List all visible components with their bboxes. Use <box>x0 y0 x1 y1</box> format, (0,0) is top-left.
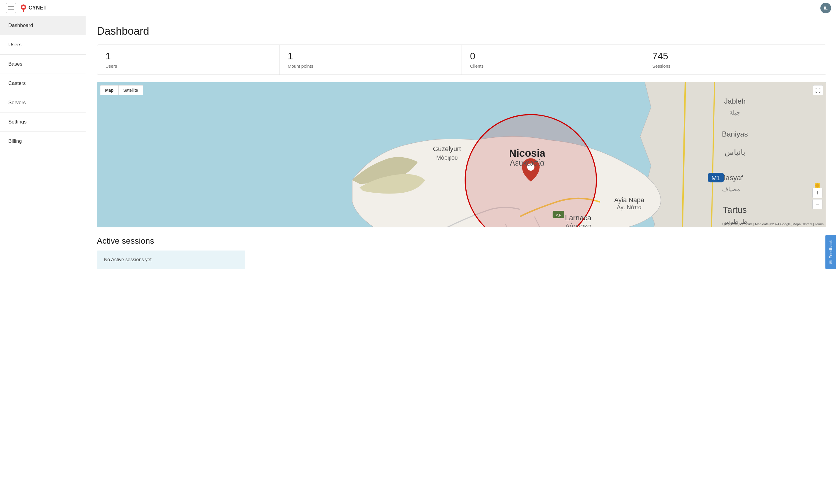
feedback-label: Feedback <box>828 240 833 258</box>
logo-text: CYNET <box>29 5 47 11</box>
map-zoom-out-button[interactable]: − <box>812 199 822 209</box>
active-sessions-title: Active sessions <box>97 236 826 246</box>
stats-row: 1 Users 1 Mount points 0 Clients 745 Ses… <box>97 44 826 75</box>
feedback-button[interactable]: ✉ Feedback <box>825 235 836 269</box>
map-svg: A5 Nicosia Λευκωσία Cyprus Κύπρος Larnac… <box>97 82 826 227</box>
stat-users-number: 1 <box>105 51 271 62</box>
sidebar-item-casters[interactable]: Casters <box>0 74 86 93</box>
svg-text:Ayia Napa: Ayia Napa <box>614 196 644 204</box>
stat-clients-number: 0 <box>470 51 636 62</box>
svg-point-57 <box>815 183 819 188</box>
main-content: Dashboard 1 Users 1 Mount points 0 Clien… <box>86 16 837 504</box>
map-attribution-text: Keyboard shortcuts | Map data ©2024 Goog… <box>724 222 824 226</box>
sidebar-item-billing[interactable]: Billing <box>0 132 86 151</box>
map-tab-map[interactable]: Map <box>101 86 119 95</box>
stat-users: 1 Users <box>97 45 280 75</box>
page-title: Dashboard <box>97 25 826 37</box>
stat-users-label: Users <box>105 63 271 69</box>
map-controls: + − <box>812 188 822 209</box>
app-header: CYNET IL <box>0 0 837 16</box>
svg-text:M1: M1 <box>711 174 720 182</box>
svg-text:Güzelyurt: Güzelyurt <box>433 145 461 153</box>
svg-text:Jableh: Jableh <box>724 97 746 105</box>
map-container: Map Satellite <box>97 82 826 227</box>
stat-mount-points-number: 1 <box>288 51 453 62</box>
svg-text:Nicosia: Nicosia <box>509 148 546 159</box>
stat-clients-label: Clients <box>470 63 636 69</box>
stat-sessions-label: Sessions <box>652 63 818 69</box>
logo: CYNET <box>20 4 47 12</box>
map-attribution: Keyboard shortcuts | Map data ©2024 Goog… <box>724 222 824 226</box>
menu-button[interactable] <box>6 3 16 13</box>
app-body: Dashboard Users Bases Casters Servers Se… <box>0 16 837 504</box>
no-sessions-text: No Active sessions yet <box>104 257 152 262</box>
stat-sessions-number: 745 <box>652 51 818 62</box>
logo-pin-icon <box>20 4 27 12</box>
map-zoom-in-button[interactable]: + <box>812 188 822 198</box>
sidebar: Dashboard Users Bases Casters Servers Se… <box>0 16 86 504</box>
active-sessions-section: Active sessions No Active sessions yet <box>97 236 826 269</box>
sidebar-item-bases[interactable]: Bases <box>0 55 86 74</box>
sidebar-item-users[interactable]: Users <box>0 35 86 55</box>
avatar[interactable]: IL <box>820 3 831 13</box>
svg-text:مصياف: مصياف <box>722 186 740 192</box>
svg-text:Baniyas: Baniyas <box>722 130 748 138</box>
svg-text:Αγ. Νάπα: Αγ. Νάπα <box>617 204 642 210</box>
sidebar-item-settings[interactable]: Settings <box>0 112 86 132</box>
svg-text:جبلة: جبلة <box>729 109 740 116</box>
svg-text:Μόρφου: Μόρφου <box>436 154 458 161</box>
stat-sessions: 745 Sessions <box>644 45 826 75</box>
svg-text:بانياس: بانياس <box>725 148 745 157</box>
map-fullscreen-button[interactable] <box>813 85 823 95</box>
sidebar-item-dashboard[interactable]: Dashboard <box>0 16 86 35</box>
svg-text:Tartus: Tartus <box>723 205 747 214</box>
no-sessions-box: No Active sessions yet <box>97 250 245 269</box>
svg-text:Λάρνακα: Λάρνακα <box>565 222 591 227</box>
svg-text:Λευκωσία: Λευκωσία <box>510 158 545 167</box>
stat-mount-points: 1 Mount points <box>280 45 462 75</box>
map-tab-satellite[interactable]: Satellite <box>119 86 143 95</box>
stat-mount-points-label: Mount points <box>288 63 453 69</box>
feedback-envelope-icon: ✉ <box>828 260 833 264</box>
svg-text:Larnaca: Larnaca <box>565 214 591 222</box>
map-tabs: Map Satellite <box>100 85 143 95</box>
stat-clients: 0 Clients <box>462 45 644 75</box>
sidebar-item-servers[interactable]: Servers <box>0 93 86 112</box>
svg-point-1 <box>22 6 25 8</box>
